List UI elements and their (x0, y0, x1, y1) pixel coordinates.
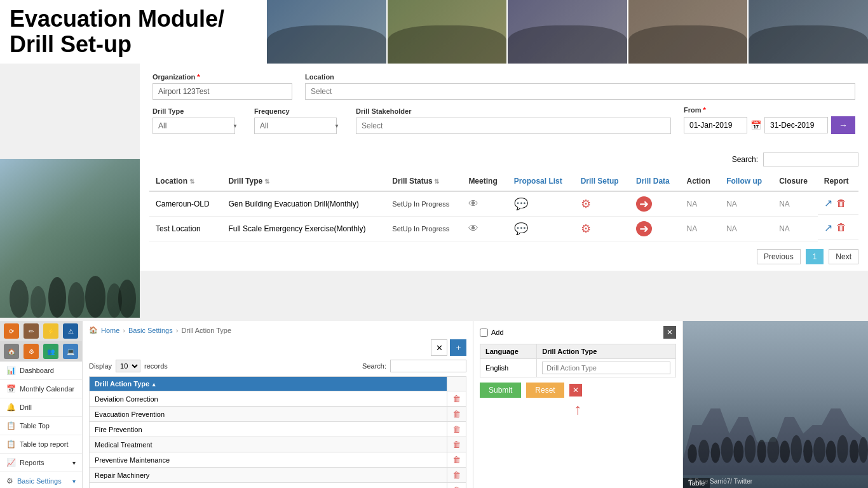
delete-icon[interactable]: 🗑 (452, 470, 461, 480)
sidebar-icon-row: ⟳ ✏ ⚡ ⚠ (0, 321, 82, 341)
breadcrumb-basic-settings[interactable]: Basic Settings (128, 327, 173, 334)
add-form-header: Add ✕ (480, 326, 676, 339)
drill-type-select[interactable]: All (153, 118, 235, 134)
row-report[interactable]: ↗ 🗑 (818, 192, 858, 215)
sidebar-item-dashboard[interactable]: 📊 Dashboard (0, 362, 82, 380)
row-meeting[interactable]: 👁 (462, 217, 507, 241)
toolbar-add-btn[interactable]: ＋ (450, 339, 466, 356)
delete-icon[interactable]: 🗑 (452, 485, 461, 488)
sidebar-icon-alert[interactable]: ⚠ (63, 323, 78, 339)
col-meeting: Meeting (462, 172, 507, 191)
row-drill-setup[interactable]: ⚙ (574, 191, 630, 217)
row-proposal[interactable]: 💬 (508, 191, 574, 217)
submit-button[interactable]: Submit (480, 383, 521, 398)
filter-form: Organization * Location Drill Type All F… (140, 64, 868, 151)
row-proposal[interactable]: 💬 (508, 217, 574, 241)
table-search-input[interactable] (763, 152, 858, 166)
reset-button[interactable]: Reset (526, 383, 564, 398)
delete-icon[interactable]: 🗑 (452, 455, 461, 464)
add-checkbox[interactable] (480, 329, 488, 337)
drill-action-input-cell[interactable] (537, 359, 676, 377)
calendar-icon[interactable]: 📅 (750, 120, 761, 130)
col-drill-status[interactable]: Drill Status (386, 172, 462, 191)
cancel-button[interactable]: ✕ (569, 384, 582, 396)
drill-action-name: Medical Treatment (90, 437, 447, 452)
list-item: Medical Treatment 🗑 (90, 437, 466, 452)
delete-cell[interactable]: 🗑 (447, 452, 466, 468)
sidebar-icon-refresh[interactable]: ⟳ (4, 323, 19, 339)
photo-5 (749, 0, 868, 64)
photo-strip (267, 0, 868, 64)
photo-4 (628, 0, 748, 64)
delete-icon[interactable]: 🗑 (452, 409, 461, 419)
toolbar-close-btn[interactable]: ✕ (431, 339, 447, 356)
svg-point-13 (757, 440, 766, 463)
delete-cell[interactable]: 🗑 (447, 483, 466, 489)
page-1-button[interactable]: 1 (806, 249, 824, 264)
row-drill-data[interactable]: ➜ (630, 217, 680, 241)
svg-point-21 (850, 440, 859, 463)
delete-cell[interactable]: 🗑 (447, 437, 466, 452)
breadcrumb-home[interactable]: Home (101, 327, 119, 334)
frequency-select[interactable]: All (254, 118, 337, 134)
drill-action-name: Repair Machinery (90, 468, 447, 483)
to-date-input[interactable] (764, 117, 828, 133)
col-drill-type[interactable]: Drill Type (222, 172, 386, 191)
drill-stakeholder-input[interactable] (356, 118, 671, 134)
row-drill-data[interactable]: ➜ (630, 191, 680, 217)
row-report[interactable]: ↗ 🗑 (818, 217, 858, 240)
svg-point-3 (68, 282, 85, 318)
col-location[interactable]: Location (149, 172, 222, 191)
svg-point-16 (791, 435, 802, 463)
drill-type-label: Drill Type (153, 107, 241, 115)
delete-cell[interactable]: 🗑 (447, 407, 466, 422)
organization-input[interactable] (153, 83, 292, 100)
drill-search-input[interactable] (390, 360, 466, 372)
next-button[interactable]: Next (829, 249, 858, 264)
sidebar-icon-group[interactable]: 👥 (43, 344, 58, 359)
from-date-input[interactable] (684, 117, 747, 133)
drill-stakeholder-label: Drill Stakeholder (356, 107, 671, 115)
sidebar-icon-home[interactable]: 🏠 (4, 344, 19, 359)
delete-cell[interactable]: 🗑 (447, 422, 466, 437)
row-drill-type: Full Scale Emergency Exercise(Monthly) (222, 217, 386, 241)
organization-label: Organization * (153, 73, 292, 81)
sidebar-item-reports[interactable]: 📈 Reports ▾ (0, 454, 82, 472)
drill-action-type-input[interactable] (542, 362, 670, 374)
sidebar-item-drill[interactable]: 🔔 Drill (0, 398, 82, 417)
sidebar-icon-gear[interactable]: ⚙ (24, 344, 39, 359)
row-location: Cameroun-OLD (149, 191, 222, 217)
col-drill-setup: Drill Setup (574, 172, 630, 191)
prev-button[interactable]: Previous (757, 249, 801, 264)
drill-action-name: Preventive Maintenance (90, 452, 447, 468)
sidebar-icon-monitor[interactable]: 💻 (63, 344, 78, 359)
calendar-icon: 📅 (6, 384, 16, 393)
delete-icon[interactable]: 🗑 (452, 394, 461, 403)
svg-point-4 (85, 276, 105, 318)
delete-icon[interactable]: 🗑 (452, 424, 461, 434)
go-button[interactable]: → (831, 116, 855, 134)
location-input[interactable] (305, 83, 855, 100)
drill-action-name: Fire Prevention (90, 422, 447, 437)
sidebar-item-tabletop[interactable]: 📋 Table Top (0, 417, 82, 435)
svg-point-8 (698, 440, 709, 463)
sidebar-item-tabletop-report[interactable]: 📋 Table top report (0, 435, 82, 454)
records-per-page-select[interactable]: 10 25 50 (116, 360, 140, 372)
sidebar-item-monthly-calendar[interactable]: 📅 Monthly Calendar (0, 380, 82, 398)
list-item: Security Action 🗑 (90, 483, 466, 489)
sidebar-item-basic-settings[interactable]: ⚙ Basic Settings ▾ (0, 472, 82, 488)
svg-point-12 (745, 435, 756, 463)
sidebar-icon-lightning[interactable]: ⚡ (43, 323, 58, 339)
col-drill-action-type[interactable]: Drill Action Type (90, 377, 447, 391)
row-drill-setup[interactable]: ⚙ (574, 217, 630, 241)
sidebar-icon-edit[interactable]: ✏ (24, 323, 39, 339)
settings-chevron: ▾ (72, 478, 76, 485)
delete-cell[interactable]: 🗑 (447, 391, 466, 407)
bottom-section: ⟳ ✏ ⚡ ⚠ 🏠 ⚙ 👥 💻 📊 Dashboard 📅 Monthly Ca… (0, 321, 868, 488)
delete-cell[interactable]: 🗑 (447, 468, 466, 483)
delete-icon[interactable]: 🗑 (452, 440, 461, 449)
records-row: Display 10 25 50 records Search: (89, 360, 466, 372)
add-form-close-button[interactable]: ✕ (663, 326, 676, 339)
row-meeting[interactable]: 👁 (462, 191, 507, 217)
settings-icon: ⚙ (6, 477, 13, 485)
